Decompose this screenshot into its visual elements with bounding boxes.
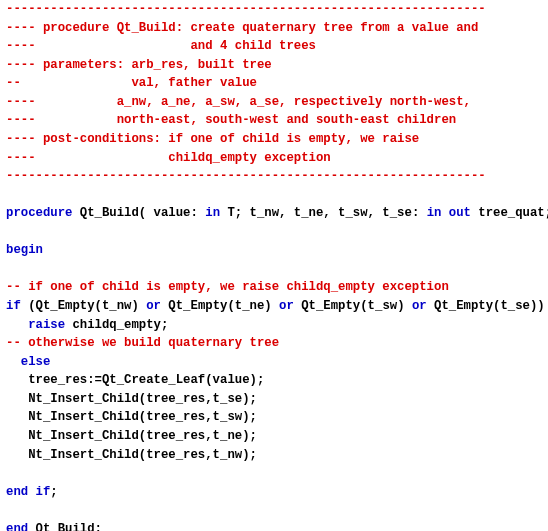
keyword-in: in [205,206,220,220]
keyword-procedure: procedure [6,206,72,220]
keyword-raise: raise [28,318,65,332]
comment-line: -- otherwise we build quaternary tree [6,336,279,350]
keyword-else: else [21,355,51,369]
comment-line: ---- procedure Qt_Build: create quaterna… [6,21,478,35]
keyword-or: or [412,299,427,313]
stmt-line: Nt_Insert_Child(tree_res,t_ne); [6,429,257,443]
proc-sig-part: T; t_nw, t_ne, t_sw, t_se: [220,206,427,220]
cond-part: Qt_Empty(t_se)) [427,299,548,313]
stmt-line: Nt_Insert_Child(tree_res,t_nw); [6,448,257,462]
keyword-end-if: end if [6,485,50,499]
keyword-or: or [279,299,294,313]
keyword-begin: begin [6,243,43,257]
stmt-line: Nt_Insert_Child(tree_res,t_se); [6,392,257,406]
end-name: Qt_Build; [28,522,102,531]
comment-line: ---- post-conditions: if one of child is… [6,132,419,146]
comment-line: -- if one of child is empty, we raise ch… [6,280,449,294]
comment-divider: ----------------------------------------… [6,169,486,183]
keyword-if: if [6,299,21,313]
cond-part: (Qt_Empty(t_nw) [21,299,146,313]
comment-divider: ----------------------------------------… [6,2,486,16]
proc-sig-part: tree_quat; tree_res: [471,206,548,220]
cond-part: Qt_Empty(t_sw) [294,299,412,313]
comment-line: ---- north-east, south-west and south-ea… [6,113,456,127]
proc-sig-part: Qt_Build( value: [72,206,205,220]
semicolon: ; [50,485,57,499]
comment-line: ---- childq_empty exception [6,151,331,165]
cond-part: Qt_Empty(t_ne) [161,299,279,313]
comment-line: -- val, father value [6,76,257,90]
keyword-in-out: in out [427,206,471,220]
comment-line: ---- parameters: arb_res, built tree [6,58,272,72]
comment-line: ---- a_nw, a_ne, a_sw, a_se, respectivel… [6,95,471,109]
raise-target: childq_empty; [65,318,168,332]
stmt-line: Nt_Insert_Child(tree_res,t_sw); [6,410,257,424]
code-listing: ----------------------------------------… [0,0,548,531]
keyword-end: end [6,522,28,531]
keyword-or: or [146,299,161,313]
comment-line: ---- and 4 child trees [6,39,316,53]
stmt-line: tree_res:=Qt_Create_Leaf(value); [6,373,264,387]
